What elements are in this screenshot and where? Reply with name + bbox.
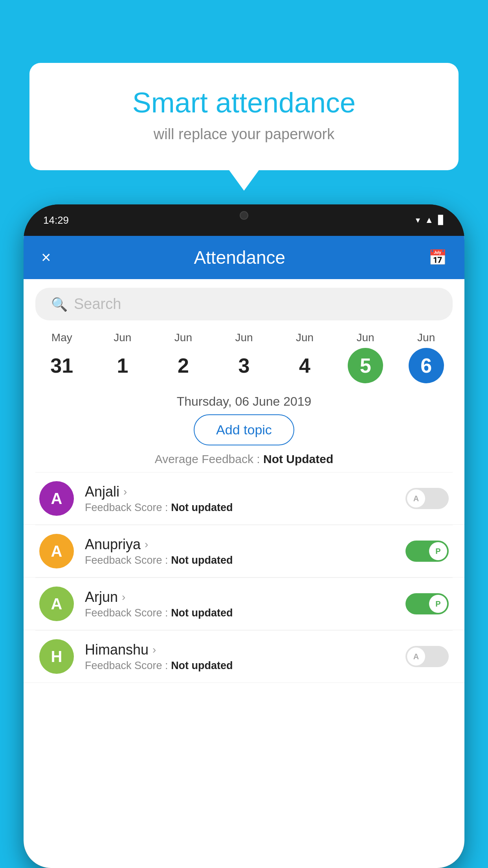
student-name: Himanshu ›	[85, 642, 394, 658]
student-feedback: Feedback Score : Not updated	[85, 660, 394, 672]
student-feedback: Feedback Score : Not updated	[85, 502, 394, 514]
calendar-day-5[interactable]: Jun5	[342, 328, 389, 386]
cal-date-number: 4	[287, 348, 323, 383]
app-header: × Attendance 📅	[24, 236, 464, 279]
student-name: Anjali ›	[85, 484, 394, 500]
calendar-day-3[interactable]: Jun3	[220, 328, 268, 386]
avg-feedback-label: Average Feedback :	[155, 452, 263, 465]
cal-date-number: 2	[165, 348, 201, 383]
search-input[interactable]: Search	[74, 296, 121, 313]
student-avatar: A	[39, 481, 74, 516]
student-avatar: H	[39, 639, 74, 674]
cal-month-label: Jun	[114, 331, 131, 344]
cal-month-label: Jun	[296, 331, 314, 344]
battery-icon: ▊	[438, 215, 445, 225]
cal-month-label: Jun	[235, 331, 253, 344]
status-icons: ▾ ▲ ▊	[416, 215, 445, 225]
student-item-anjali[interactable]: AAnjali ›Feedback Score : Not updatedA	[24, 473, 464, 525]
search-bar[interactable]: 🔍 Search	[35, 288, 453, 320]
toggle-knob: P	[429, 542, 447, 560]
cal-month-label: Jun	[174, 331, 192, 344]
student-avatar: A	[39, 534, 74, 568]
cal-date-number: 3	[226, 348, 262, 383]
student-name: Anupriya ›	[85, 536, 394, 553]
selected-date-label: Thursday, 06 June 2019	[24, 394, 464, 409]
close-button[interactable]: ×	[41, 248, 51, 267]
cal-date-number: 5	[348, 348, 383, 383]
calendar-icon[interactable]: 📅	[428, 249, 447, 266]
student-item-himanshu[interactable]: HHimanshu ›Feedback Score : Not updatedA	[24, 631, 464, 683]
status-bar: 14:29 ▾ ▲ ▊	[24, 204, 464, 236]
phone-frame: 14:29 ▾ ▲ ▊ × Attendance 📅 🔍 Search May3…	[24, 204, 464, 868]
student-avatar: A	[39, 587, 74, 621]
student-name: Arjun ›	[85, 589, 394, 605]
student-feedback: Feedback Score : Not updated	[85, 554, 394, 566]
student-list: AAnjali ›Feedback Score : Not updatedAAA…	[24, 473, 464, 868]
wifi-icon: ▾	[416, 215, 420, 225]
phone-notch	[209, 204, 279, 226]
attendance-toggle-anupriya[interactable]: P	[405, 541, 449, 562]
app-title: Attendance	[194, 247, 285, 268]
cal-date-number: 31	[44, 348, 79, 383]
toggle-knob: A	[407, 489, 425, 508]
camera-dot	[240, 211, 248, 220]
calendar-strip: May31Jun1Jun2Jun3Jun4Jun5Jun6	[24, 324, 464, 386]
student-info: Anupriya ›Feedback Score : Not updated	[85, 536, 394, 566]
app-screen: × Attendance 📅 🔍 Search May31Jun1Jun2Jun…	[24, 236, 464, 868]
calendar-day-4[interactable]: Jun4	[281, 328, 328, 386]
search-icon: 🔍	[51, 296, 68, 312]
speech-bubble: Smart attendance will replace your paper…	[29, 63, 459, 170]
attendance-toggle-arjun[interactable]: P	[405, 593, 449, 614]
student-item-anupriya[interactable]: AAnupriya ›Feedback Score : Not updatedP	[24, 525, 464, 577]
signal-icon: ▲	[425, 215, 433, 225]
status-time: 14:29	[43, 214, 69, 226]
bubble-title: Smart attendance	[61, 86, 427, 119]
student-feedback: Feedback Score : Not updated	[85, 607, 394, 619]
chevron-right-icon: ›	[152, 644, 156, 656]
cal-date-number: 6	[409, 348, 444, 383]
student-info: Anjali ›Feedback Score : Not updated	[85, 484, 394, 514]
add-topic-button[interactable]: Add topic	[194, 414, 294, 445]
attendance-toggle-anjali[interactable]: A	[405, 488, 449, 509]
avg-feedback-value: Not Updated	[263, 452, 333, 465]
calendar-day-31[interactable]: May31	[38, 328, 85, 386]
cal-date-number: 1	[105, 348, 140, 383]
student-item-arjun[interactable]: AArjun ›Feedback Score : Not updatedP	[24, 578, 464, 630]
cal-month-label: Jun	[417, 331, 435, 344]
toggle-knob: A	[407, 647, 425, 666]
chevron-right-icon: ›	[145, 538, 148, 551]
student-info: Himanshu ›Feedback Score : Not updated	[85, 642, 394, 672]
attendance-toggle-himanshu[interactable]: A	[405, 646, 449, 667]
calendar-day-6[interactable]: Jun6	[403, 328, 450, 386]
avg-feedback: Average Feedback : Not Updated	[24, 452, 464, 466]
calendar-day-1[interactable]: Jun1	[99, 328, 146, 386]
chevron-right-icon: ›	[122, 591, 125, 603]
cal-month-label: May	[51, 331, 72, 344]
student-info: Arjun ›Feedback Score : Not updated	[85, 589, 394, 619]
bubble-subtitle: will replace your paperwork	[61, 126, 427, 143]
cal-month-label: Jun	[357, 331, 374, 344]
chevron-right-icon: ›	[123, 485, 127, 498]
toggle-knob: P	[429, 595, 447, 613]
calendar-day-2[interactable]: Jun2	[160, 328, 207, 386]
